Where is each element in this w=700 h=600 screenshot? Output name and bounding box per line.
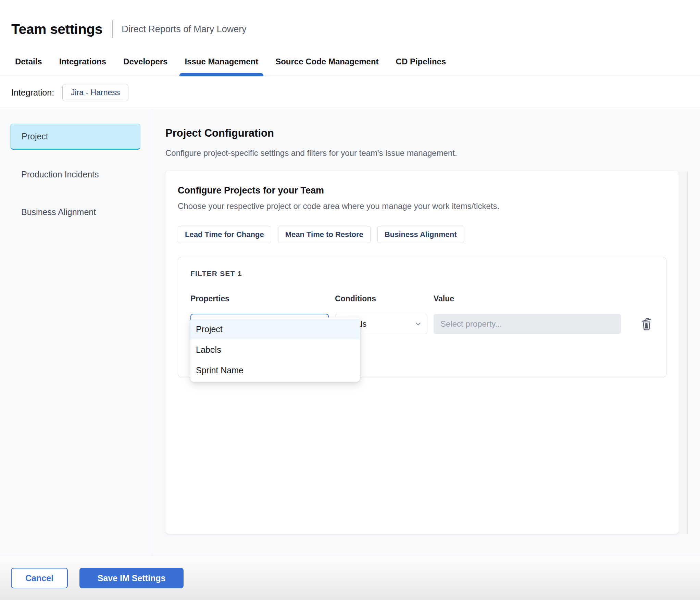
dropdown-option-labels[interactable]: Labels (190, 339, 360, 360)
tab-issue-management-label: Issue Management (185, 57, 258, 66)
delete-filter-button[interactable] (639, 316, 654, 332)
conditions-column-label: Conditions (335, 294, 427, 303)
properties-column-label: Properties (190, 294, 329, 303)
sidebar-item-label: Production Incidents (21, 170, 99, 179)
page-subtitle: Direct Reports of Mary Lowery (122, 24, 247, 35)
tab-source-code-management[interactable]: Source Code Management (275, 55, 378, 76)
chip-business-alignment[interactable]: Business Alignment (377, 226, 464, 243)
integration-label: Integration: (11, 88, 54, 98)
save-im-settings-button[interactable]: Save IM Settings (79, 568, 184, 588)
tab-source-code-management-label: Source Code Management (275, 57, 378, 66)
filter-column-labels: Properties Conditions Value (190, 294, 654, 303)
dropdown-option-sprint-name[interactable]: Sprint Name (190, 360, 360, 380)
sidebar-item-label: Project (22, 132, 48, 141)
value-input[interactable] (434, 314, 621, 334)
scrollbar-track[interactable] (679, 171, 688, 534)
filter-grid: Properties Conditions Value - Select pro… (190, 294, 654, 334)
tab-details[interactable]: Details (15, 55, 42, 76)
metric-chip-row: Lead Time for Change Mean Time to Restor… (178, 226, 666, 243)
chip-mean-time-to-restore[interactable]: Mean Time to Restore (278, 226, 371, 243)
chevron-down-icon (414, 320, 422, 328)
tab-integrations-label: Integrations (59, 57, 106, 66)
tab-developers[interactable]: Developers (123, 55, 167, 76)
tab-details-label: Details (15, 57, 42, 66)
tab-issue-management[interactable]: Issue Management (185, 55, 258, 76)
sidebar-item-business-alignment[interactable]: Business Alignment (10, 199, 140, 225)
settings-sidebar: Project Production Incidents Business Al… (0, 109, 153, 556)
content-area: Project Production Incidents Business Al… (0, 109, 700, 556)
integration-row: Integration: Jira - Harness (0, 76, 700, 109)
main-panel: Project Configuration Configure project-… (153, 109, 700, 556)
property-dropdown-menu: Project Labels Sprint Name (190, 317, 360, 382)
configure-projects-card: Configure Projects for your Team Choose … (165, 171, 679, 534)
section-title: Project Configuration (165, 127, 679, 139)
filter-set-title: FILTER SET 1 (190, 270, 654, 278)
value-column-label: Value (434, 294, 621, 303)
card-description: Choose your respective project or code a… (178, 201, 666, 211)
sidebar-item-label: Business Alignment (21, 207, 96, 217)
page-header: Team settings Direct Reports of Mary Low… (0, 0, 700, 55)
dropdown-option-project[interactable]: Project (190, 319, 360, 339)
sidebar-item-project[interactable]: Project (10, 124, 140, 150)
card-title: Configure Projects for your Team (178, 185, 666, 196)
team-settings-page: Team settings Direct Reports of Mary Low… (0, 0, 700, 600)
tab-bar: Details Integrations Developers Issue Ma… (0, 55, 700, 76)
sidebar-item-production-incidents[interactable]: Production Incidents (10, 161, 140, 187)
footer-action-bar: Cancel Save IM Settings (0, 556, 700, 600)
header-divider (112, 20, 113, 38)
page-title: Team settings (11, 21, 102, 37)
cancel-button[interactable]: Cancel (11, 568, 68, 588)
tab-cd-pipelines[interactable]: CD Pipelines (396, 55, 446, 76)
tab-developers-label: Developers (123, 57, 167, 66)
chip-lead-time-for-change[interactable]: Lead Time for Change (178, 226, 271, 243)
trash-icon (639, 316, 654, 332)
tab-cd-pipelines-label: CD Pipelines (396, 57, 446, 66)
integration-chip[interactable]: Jira - Harness (62, 84, 128, 101)
filter-set-1: FILTER SET 1 Properties Conditions Value… (178, 257, 666, 377)
section-description: Configure project-specific settings and … (165, 148, 679, 158)
tab-integrations[interactable]: Integrations (59, 55, 106, 76)
tab-active-underline (179, 73, 263, 76)
